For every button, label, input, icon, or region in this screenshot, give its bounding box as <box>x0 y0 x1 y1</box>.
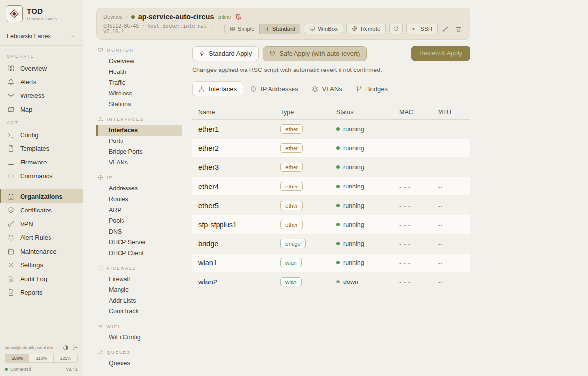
device-header-card: Devices › ap-service-auto-circus online … <box>96 8 470 40</box>
device-name: ap-service-auto-circus <box>138 13 214 21</box>
breadcrumb-devices[interactable]: Devices <box>103 14 122 20</box>
globe-icon <box>98 175 103 180</box>
device-nav-item-health[interactable]: Health <box>96 67 182 77</box>
zoom-125-button[interactable]: 125% <box>54 354 77 362</box>
table-row[interactable]: wlan1 wlan running - - - -- <box>192 254 470 273</box>
device-nav-item-wifi-config[interactable]: WiFi Config <box>96 332 182 343</box>
device-nav-item-dhcp-client[interactable]: DHCP Client <box>96 248 182 258</box>
device-nav-item-vlans[interactable]: VLANs <box>96 157 182 168</box>
sidebar-section-act: ACT <box>0 116 83 128</box>
monitor-icon <box>309 26 315 32</box>
table-row[interactable]: ether2 ether running - - - -- <box>192 139 470 158</box>
sidebar-item-map[interactable]: Map <box>0 102 83 116</box>
refresh-button[interactable] <box>389 24 403 34</box>
status-dot <box>336 261 340 264</box>
type-badge: ether <box>280 124 303 134</box>
status-dot <box>336 165 340 169</box>
tab-vlans[interactable]: VLANs <box>305 81 348 96</box>
device-nav-section-monitor: MONITOR <box>98 47 182 53</box>
device-nav-item-wireless[interactable]: Wireless <box>96 88 182 99</box>
sidebar-item-vpn[interactable]: VPN <box>0 217 83 231</box>
device-nav-item-ports[interactable]: Ports <box>96 136 182 146</box>
device-nav-item-firewall[interactable]: Firewall <box>96 274 182 284</box>
status-dot <box>336 223 340 226</box>
sidebar-item-config[interactable]: Config <box>0 128 83 141</box>
sidebar-item-alerts[interactable]: Alerts <box>0 75 83 89</box>
col-mtu: MTU <box>438 109 470 116</box>
sidebar-item-wireless[interactable]: Wireless <box>0 89 83 102</box>
device-nav-section-firewall: FIREWALL <box>98 265 182 271</box>
zoom-110-button[interactable]: 110% <box>29 354 53 362</box>
sidebar-item-templates[interactable]: Templates <box>0 141 83 155</box>
sidebar-item-reports[interactable]: Reports <box>0 285 83 299</box>
device-nav-item-dns[interactable]: DNS <box>96 226 182 237</box>
sidebar-item-organizations[interactable]: Organizations <box>0 189 83 203</box>
sidebar-item-maintenance[interactable]: Maintenance <box>0 244 83 258</box>
zoom-100-button[interactable]: 100% <box>5 354 29 362</box>
org-selector[interactable]: Lebowski Lanes <box>0 27 83 46</box>
device-nav-item-interfaces[interactable]: Interfaces <box>96 125 182 136</box>
sidebar-item-commands[interactable]: Commands <box>0 169 83 183</box>
safe-apply-button[interactable]: Safe Apply (with auto-revert) <box>263 46 367 61</box>
winbox-button[interactable]: WinBox <box>304 24 343 34</box>
tab-interfaces[interactable]: Interfaces <box>192 81 243 96</box>
remote-button[interactable]: Remote <box>346 24 386 34</box>
type-badge: ether <box>280 182 303 191</box>
device-nav-item-arp[interactable]: ARP <box>96 205 182 215</box>
logout-icon[interactable] <box>72 345 78 351</box>
device-nav-item-conntrack[interactable]: ConnTrack <box>96 306 182 317</box>
globe-icon <box>352 26 358 32</box>
globe-icon <box>250 86 257 92</box>
app-sidebar: TOD Lebowski Lanes Lebowski Lanes OPERAT… <box>0 0 83 376</box>
building-icon <box>7 193 15 200</box>
tab-bridges[interactable]: Bridges <box>349 81 394 96</box>
download-icon <box>7 159 15 166</box>
view-simple-button[interactable]: Simple <box>225 24 260 34</box>
table-row[interactable]: wlan2 wlan down - - - -- <box>192 273 470 292</box>
table-row[interactable]: ether3 ether running - - - -- <box>192 158 470 177</box>
theme-toggle-icon[interactable] <box>63 345 69 351</box>
table-row[interactable]: bridge bridge running - - - -- <box>192 235 470 254</box>
table-row[interactable]: ether5 ether running - - - -- <box>192 196 470 215</box>
code-icon <box>7 172 15 180</box>
tab-ip-addresses[interactable]: IP Addresses <box>244 81 304 96</box>
delete-trash-icon[interactable] <box>454 24 463 34</box>
table-row[interactable]: sfp-sfpplus1 ether running - - - -- <box>192 215 470 235</box>
sidebar-nav: OPERATE Overview Alerts Wireless Map ACT… <box>0 46 83 299</box>
bell-slash-icon[interactable] <box>235 13 242 20</box>
device-nav-item-addr-lists[interactable]: Addr Lists <box>96 295 182 306</box>
device-nav-item-dhcp-server[interactable]: DHCP Server <box>96 237 182 248</box>
device-nav-item-overview[interactable]: Overview <box>96 56 182 67</box>
device-nav-item-bridge-ports[interactable]: Bridge Ports <box>96 146 182 157</box>
device-nav-item-addresses[interactable]: Addresses <box>96 183 182 194</box>
standard-apply-button[interactable]: Standard Apply <box>192 46 259 61</box>
device-nav-item-stations[interactable]: Stations <box>96 99 182 110</box>
sidebar-item-alert-rules[interactable]: Alert Rules <box>0 231 83 244</box>
device-meta: CRS112-8G-4S · host.docker.internal · v7… <box>103 24 224 34</box>
review-apply-button[interactable]: Review & Apply <box>411 46 470 61</box>
sidebar-item-certificates[interactable]: Certificates <box>0 203 83 217</box>
file-chart-icon <box>7 289 15 296</box>
device-nav-item-queues[interactable]: Queues <box>96 358 182 369</box>
sidebar-item-settings[interactable]: Settings <box>0 258 83 272</box>
device-nav-item-routes[interactable]: Routes <box>96 194 182 205</box>
sidebar-item-overview[interactable]: Overview <box>0 61 83 75</box>
col-status: Status <box>336 109 399 116</box>
refresh-icon <box>393 26 399 32</box>
view-standard-button[interactable]: Standard <box>260 24 300 34</box>
table-row[interactable]: ether4 ether running - - - -- <box>192 177 470 196</box>
edit-pencil-icon[interactable] <box>441 24 450 34</box>
sidebar-item-firmware[interactable]: Firmware <box>0 155 83 169</box>
col-type: Type <box>280 109 336 116</box>
main-area: Devices › ap-service-auto-circus online … <box>83 0 588 376</box>
tab-bar: Interfaces IP Addresses VLANs Bridges <box>192 81 470 96</box>
lightning-icon <box>199 50 205 57</box>
ssh-button[interactable]: >_ SSH <box>406 24 438 34</box>
device-nav-item-pools[interactable]: Pools <box>96 215 182 226</box>
device-nav-item-traffic[interactable]: Traffic <box>96 77 182 88</box>
shield-icon <box>98 265 103 271</box>
sidebar-item-audit-log[interactable]: Audit Log <box>0 272 83 285</box>
device-nav-item-mangle[interactable]: Mangle <box>96 284 182 295</box>
table-row[interactable]: ether1 ether running - - - -- <box>192 120 470 139</box>
shield-check-icon <box>270 50 276 57</box>
